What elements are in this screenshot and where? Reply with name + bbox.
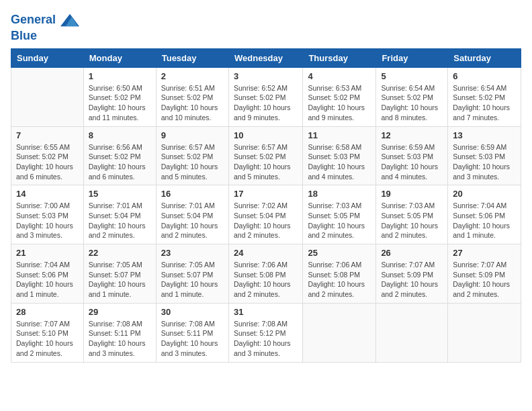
calendar-cell: 3Sunrise: 6:52 AM Sunset: 5:02 PM Daylig… — [228, 67, 302, 126]
calendar-cell: 8Sunrise: 6:56 AM Sunset: 5:02 PM Daylig… — [83, 126, 156, 185]
day-number: 15 — [89, 189, 151, 199]
calendar-cell: 13Sunrise: 6:59 AM Sunset: 5:03 PM Dayli… — [448, 126, 521, 185]
calendar-cell: 16Sunrise: 7:01 AM Sunset: 5:04 PM Dayli… — [156, 185, 228, 244]
day-number: 13 — [453, 130, 516, 140]
day-number: 30 — [161, 307, 224, 317]
day-info: Sunrise: 6:54 AM Sunset: 5:02 PM Dayligh… — [381, 83, 443, 123]
day-info: Sunrise: 6:56 AM Sunset: 5:02 PM Dayligh… — [89, 142, 151, 182]
day-info: Sunrise: 6:59 AM Sunset: 5:03 PM Dayligh… — [453, 142, 516, 182]
logo-blue: Blue — [11, 30, 79, 43]
day-number: 29 — [89, 307, 151, 317]
day-info: Sunrise: 7:04 AM Sunset: 5:06 PM Dayligh… — [453, 201, 516, 240]
calendar-body: 1Sunrise: 6:50 AM Sunset: 5:02 PM Daylig… — [11, 67, 521, 362]
calendar-cell: 27Sunrise: 7:07 AM Sunset: 5:09 PM Dayli… — [448, 244, 521, 304]
calendar-cell: 28Sunrise: 7:07 AM Sunset: 5:10 PM Dayli… — [11, 303, 84, 362]
header-sunday: Sunday — [11, 48, 84, 67]
day-number: 2 — [161, 71, 224, 81]
logo-text: General — [11, 11, 79, 30]
calendar-cell — [448, 303, 521, 362]
day-number: 3 — [234, 71, 298, 81]
calendar-cell: 2Sunrise: 6:51 AM Sunset: 5:02 PM Daylig… — [156, 67, 228, 126]
header-monday: Monday — [83, 48, 156, 67]
calendar-week-4: 21Sunrise: 7:04 AM Sunset: 5:06 PM Dayli… — [11, 244, 521, 304]
logo-general: General — [11, 13, 56, 26]
day-info: Sunrise: 6:57 AM Sunset: 5:02 PM Dayligh… — [234, 142, 298, 182]
day-info: Sunrise: 7:08 AM Sunset: 5:11 PM Dayligh… — [89, 319, 151, 359]
calendar-cell: 12Sunrise: 6:59 AM Sunset: 5:03 PM Dayli… — [376, 126, 448, 185]
logo-icon — [60, 11, 79, 30]
day-number: 10 — [234, 130, 298, 140]
calendar-header-row: SundayMondayTuesdayWednesdayThursdayFrid… — [11, 48, 521, 67]
header-saturday: Saturday — [448, 48, 521, 67]
day-info: Sunrise: 7:07 AM Sunset: 5:10 PM Dayligh… — [16, 319, 79, 359]
calendar-week-1: 1Sunrise: 6:50 AM Sunset: 5:02 PM Daylig… — [11, 67, 521, 126]
header-friday: Friday — [376, 48, 448, 67]
day-info: Sunrise: 7:07 AM Sunset: 5:09 PM Dayligh… — [453, 260, 516, 300]
calendar-cell: 17Sunrise: 7:02 AM Sunset: 5:04 PM Dayli… — [228, 185, 302, 244]
calendar-week-2: 7Sunrise: 6:55 AM Sunset: 5:02 PM Daylig… — [11, 126, 521, 185]
calendar-cell: 23Sunrise: 7:05 AM Sunset: 5:07 PM Dayli… — [156, 244, 228, 304]
calendar-cell: 9Sunrise: 6:57 AM Sunset: 5:02 PM Daylig… — [156, 126, 228, 185]
page-header: General Blue — [11, 11, 521, 43]
logo: General Blue — [11, 11, 79, 43]
calendar-cell: 10Sunrise: 6:57 AM Sunset: 5:02 PM Dayli… — [228, 126, 302, 185]
calendar-table: SundayMondayTuesdayWednesdayThursdayFrid… — [11, 48, 521, 363]
day-number: 8 — [89, 130, 151, 140]
day-number: 4 — [308, 71, 371, 81]
calendar-cell: 26Sunrise: 7:07 AM Sunset: 5:09 PM Dayli… — [376, 244, 448, 304]
calendar-cell — [303, 303, 376, 362]
calendar-cell: 31Sunrise: 7:08 AM Sunset: 5:12 PM Dayli… — [228, 303, 302, 362]
header-wednesday: Wednesday — [228, 48, 302, 67]
day-info: Sunrise: 7:03 AM Sunset: 5:05 PM Dayligh… — [308, 201, 371, 240]
calendar-cell: 14Sunrise: 7:00 AM Sunset: 5:03 PM Dayli… — [11, 185, 84, 244]
day-number: 5 — [381, 71, 443, 81]
calendar-week-5: 28Sunrise: 7:07 AM Sunset: 5:10 PM Dayli… — [11, 303, 521, 362]
day-info: Sunrise: 7:05 AM Sunset: 5:07 PM Dayligh… — [89, 260, 151, 300]
day-info: Sunrise: 6:58 AM Sunset: 5:03 PM Dayligh… — [308, 142, 371, 182]
day-number: 22 — [89, 248, 151, 258]
day-number: 6 — [453, 71, 516, 81]
calendar-cell: 15Sunrise: 7:01 AM Sunset: 5:04 PM Dayli… — [83, 185, 156, 244]
day-number: 14 — [16, 189, 79, 199]
day-number: 25 — [308, 248, 371, 258]
day-number: 7 — [16, 130, 79, 140]
calendar-cell — [11, 67, 84, 126]
calendar-cell: 4Sunrise: 6:53 AM Sunset: 5:02 PM Daylig… — [303, 67, 376, 126]
day-info: Sunrise: 7:00 AM Sunset: 5:03 PM Dayligh… — [16, 201, 79, 240]
day-info: Sunrise: 6:59 AM Sunset: 5:03 PM Dayligh… — [381, 142, 443, 182]
day-number: 12 — [381, 130, 443, 140]
day-info: Sunrise: 7:02 AM Sunset: 5:04 PM Dayligh… — [234, 201, 298, 240]
day-number: 24 — [234, 248, 298, 258]
day-info: Sunrise: 7:08 AM Sunset: 5:11 PM Dayligh… — [161, 319, 224, 359]
day-info: Sunrise: 7:08 AM Sunset: 5:12 PM Dayligh… — [234, 319, 298, 359]
calendar-cell: 7Sunrise: 6:55 AM Sunset: 5:02 PM Daylig… — [11, 126, 84, 185]
day-info: Sunrise: 7:06 AM Sunset: 5:08 PM Dayligh… — [234, 260, 298, 300]
day-info: Sunrise: 7:06 AM Sunset: 5:08 PM Dayligh… — [308, 260, 371, 300]
day-info: Sunrise: 6:55 AM Sunset: 5:02 PM Dayligh… — [16, 142, 79, 182]
day-number: 27 — [453, 248, 516, 258]
day-number: 11 — [308, 130, 371, 140]
day-number: 28 — [16, 307, 79, 317]
header-thursday: Thursday — [303, 48, 376, 67]
calendar-cell: 30Sunrise: 7:08 AM Sunset: 5:11 PM Dayli… — [156, 303, 228, 362]
day-number: 23 — [161, 248, 224, 258]
day-info: Sunrise: 6:51 AM Sunset: 5:02 PM Dayligh… — [161, 83, 224, 123]
calendar-cell: 20Sunrise: 7:04 AM Sunset: 5:06 PM Dayli… — [448, 185, 521, 244]
day-number: 9 — [161, 130, 224, 140]
day-number: 17 — [234, 189, 298, 199]
calendar-cell: 24Sunrise: 7:06 AM Sunset: 5:08 PM Dayli… — [228, 244, 302, 304]
day-number: 26 — [381, 248, 443, 258]
day-number: 16 — [161, 189, 224, 199]
day-info: Sunrise: 6:54 AM Sunset: 5:02 PM Dayligh… — [453, 83, 516, 123]
calendar-cell: 18Sunrise: 7:03 AM Sunset: 5:05 PM Dayli… — [303, 185, 376, 244]
day-number: 31 — [234, 307, 298, 317]
day-info: Sunrise: 7:05 AM Sunset: 5:07 PM Dayligh… — [161, 260, 224, 300]
day-info: Sunrise: 7:07 AM Sunset: 5:09 PM Dayligh… — [381, 260, 443, 300]
calendar-cell: 11Sunrise: 6:58 AM Sunset: 5:03 PM Dayli… — [303, 126, 376, 185]
calendar-cell: 25Sunrise: 7:06 AM Sunset: 5:08 PM Dayli… — [303, 244, 376, 304]
day-number: 21 — [16, 248, 79, 258]
day-info: Sunrise: 6:52 AM Sunset: 5:02 PM Dayligh… — [234, 83, 298, 123]
day-info: Sunrise: 7:01 AM Sunset: 5:04 PM Dayligh… — [161, 201, 224, 240]
calendar-cell: 21Sunrise: 7:04 AM Sunset: 5:06 PM Dayli… — [11, 244, 84, 304]
calendar-cell: 29Sunrise: 7:08 AM Sunset: 5:11 PM Dayli… — [83, 303, 156, 362]
